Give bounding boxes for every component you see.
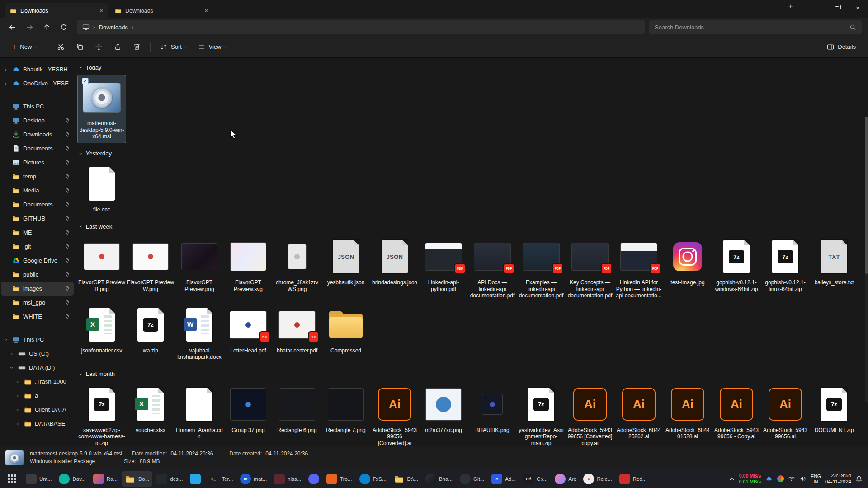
file-tile-bhautik-png[interactable]: BHAUTIK.png	[468, 382, 517, 437]
onedrive-icon[interactable]	[765, 475, 773, 482]
file-tile-rectangle-6-png[interactable]: Rectangle 6.png	[273, 382, 321, 437]
address-bar[interactable]: › Downloads ›	[77, 20, 645, 34]
new-button[interactable]: + New ›	[7, 39, 42, 55]
file-tile-jsonformatter-csv[interactable]: Xjsonformatter.csv	[77, 302, 126, 357]
file-tile-flavorgpt-preview-svg[interactable]: FlavorGPT Preview.svg	[224, 234, 273, 296]
file-tile-adobestock-594399656-converted-copy-ai[interactable]: AiAdobeStock_594399656 [Converted] copy.…	[566, 382, 614, 446]
refresh-button[interactable]	[55, 20, 72, 34]
close-button[interactable]: ×	[847, 0, 868, 16]
file-tile-wa-zip[interactable]: 7zwa.zip	[126, 302, 175, 357]
taskbar-app-folder-d[interactable]: D:\...	[391, 471, 421, 487]
file-tile-group-37-png[interactable]: Group 37.png	[224, 382, 273, 437]
chevron-right-icon[interactable]: ›	[14, 393, 21, 399]
language-indicator[interactable]: ENG IN	[811, 474, 821, 484]
vertical-scrollbar[interactable]	[865, 117, 868, 403]
file-tile-bhatar-center-pdf[interactable]: PDFbhatar center.pdf	[273, 302, 321, 357]
taskbar-app-file-explorer[interactable]: Do...	[122, 471, 152, 487]
chevron-down-icon[interactable]: ›	[3, 337, 9, 343]
chevron-right-icon[interactable]: ›	[14, 421, 21, 427]
sort-button[interactable]: Sort ›	[155, 39, 192, 55]
sidebar-item-msi-gpo[interactable]: msi_gpo	[1, 296, 74, 310]
taskbar-app-red-app[interactable]: Red...	[616, 471, 650, 487]
file-tile-linkedin-api-python-pdf[interactable]: PDFLinkedin-api-python.pdf	[419, 234, 468, 296]
file-tile-examples-linkedin-api-documentation-pdf[interactable]: PDFExamples — linkedin-api documentation…	[517, 234, 566, 302]
taskbar-app-arc[interactable]: Arc	[552, 471, 579, 487]
scrollbar-thumb[interactable]	[865, 117, 868, 274]
file-tile-flavorgpt-preview-png[interactable]: FlavorGPT Preview.png	[175, 234, 224, 296]
copy-button[interactable]	[71, 39, 89, 55]
taskbar-app-release-app[interactable]: ●Rele...	[580, 471, 615, 487]
taskbar-app-niss-app[interactable]: niss...	[271, 471, 304, 487]
taskbar-app-fxsound[interactable]: FxS...	[356, 471, 390, 487]
chevron-down-icon[interactable]: ›	[9, 365, 15, 371]
taskbar-app-cmd[interactable]: C:\C:\...	[520, 471, 551, 487]
file-tile-savewweb2zip-com-www-harness-io-zip[interactable]: 7zsavewweb2zip-com-www-harness-io.zip	[77, 382, 126, 446]
taskbar-app-bhautik-app[interactable]: Bha...	[422, 471, 456, 487]
notification-bell-icon[interactable]	[855, 475, 863, 483]
file-tile-yesbhautik-json[interactable]: JSONyesbhautik.json	[321, 234, 370, 289]
file-tile-baileys-store-txt[interactable]: TXTbaileys_store.txt	[810, 234, 859, 289]
up-button[interactable]	[38, 20, 55, 34]
sidebar-item-google-drive[interactable]: Google Drive	[1, 253, 74, 267]
sidebar-item-images[interactable]: images	[1, 282, 74, 296]
search-input[interactable]	[655, 24, 846, 31]
chevron-right-icon[interactable]: ›	[3, 66, 9, 73]
taskbar-app-mattermost[interactable]: mmat...	[237, 471, 270, 487]
file-tile-rectangle-7-png[interactable]: Rectangle 7.png	[321, 382, 370, 437]
file-tile-letterhead-pdf[interactable]: PDFLetterHead.pdf	[224, 302, 273, 357]
tab-close-icon[interactable]: ×	[202, 6, 211, 15]
tray-expand-icon[interactable]	[729, 476, 735, 482]
file-tile-key-concepts-linkedin-api-documentation-pdf[interactable]: PDFKey Concepts — linkedin-api documenta…	[566, 234, 614, 302]
browser-profile-icon[interactable]	[777, 475, 784, 482]
tray-clock[interactable]: 23:19:54 04-11-2024	[825, 473, 851, 485]
tab-close-icon[interactable]: ×	[97, 6, 106, 15]
file-tile-linkedin-api-for-python-linkedin-api-documentatio[interactable]: PDFLinkedIn API for Python — linkedin-ap…	[614, 234, 663, 302]
group-header-today[interactable]: ›Today	[80, 61, 864, 74]
sidebar-item-white[interactable]: WHITE	[1, 310, 74, 324]
explorer-tab-downloads[interactable]: Downloads×	[5, 3, 108, 18]
minimize-button[interactable]: –	[806, 0, 826, 16]
taskbar-app-tro-app[interactable]: Tro...	[323, 471, 355, 487]
sidebar-item-bhautik-yesbh[interactable]: ›Bhautik - YESBH	[1, 62, 74, 76]
group-header-last-week[interactable]: ›Last week	[80, 220, 864, 233]
taskbar-app-github[interactable]: Git...	[457, 471, 487, 487]
file-tile-test-image-jpg[interactable]: test-image.jpg	[663, 234, 712, 289]
sidebar-item-a[interactable]: ›a	[1, 389, 74, 403]
sidebar-item-me[interactable]: ME	[1, 225, 74, 239]
selection-checkbox[interactable]: ✓	[82, 78, 89, 84]
network-speed-widget[interactable]: 0.00 MB/s 0.01 MB/s	[739, 473, 761, 484]
sidebar-item-public[interactable]: public	[1, 267, 74, 282]
sidebar-item-this-pc[interactable]: This PC	[1, 99, 74, 113]
chevron-right-icon[interactable]: ›	[3, 80, 9, 87]
file-tile-adobestock-594399656-converted-ai[interactable]: AiAdobeStock_594399656 [Converted].ai	[370, 382, 419, 446]
sidebar-item-downloads[interactable]: Downloads	[1, 127, 74, 141]
sidebar-item-temp[interactable]: temp	[1, 169, 74, 183]
file-tile-chrome-j8sk1zrvws-png[interactable]: chrome_J8sk1zrvWS.png	[273, 234, 321, 296]
chevron-right-icon[interactable]: ›	[14, 407, 21, 413]
group-header-yesterday[interactable]: ›Yesterday	[80, 147, 864, 160]
wifi-icon[interactable]	[788, 475, 795, 482]
file-tile-compressed[interactable]: Compressed	[321, 302, 370, 357]
taskbar-app-discord[interactable]	[305, 471, 322, 487]
file-tile-m2m377xc-png[interactable]: m2m377xc.png	[419, 382, 468, 437]
new-tab-button[interactable]: +	[784, 0, 797, 13]
taskbar-app-vscode[interactable]	[187, 471, 204, 487]
taskbar-app-untitled[interactable]: Unt...	[23, 471, 55, 487]
sidebar-item-git[interactable]: .git	[1, 239, 74, 253]
sidebar-item-database[interactable]: ›DATABASE	[1, 417, 74, 431]
file-tile-flavorgpt-preview-w-png[interactable]: FlavorGPT Preview W.png	[126, 234, 175, 296]
file-tile-file-enc[interactable]: file.enc	[77, 161, 126, 216]
file-tile-adobestock-594399656-ai[interactable]: AiAdobeStock_594399656.ai	[761, 382, 810, 443]
explorer-tab-downloads[interactable]: Downloads×	[109, 3, 213, 18]
more-options-button[interactable]: ···	[232, 39, 250, 55]
sidebar-item-documents[interactable]: Documents	[1, 141, 74, 155]
sidebar-item-onedrive-yese[interactable]: ›OneDrive - YESE	[1, 76, 74, 90]
sidebar-item-client-data[interactable]: ›Client DATA	[1, 403, 74, 417]
file-tile-gophish-v0-12-1-linux-64bit-zip[interactable]: 7zgophish-v0.12.1-linux-64bit.zip	[761, 234, 810, 296]
file-tile-flavorgpt-preview-b-png[interactable]: FlavorGPT Preview B.png	[77, 234, 126, 296]
chevron-right-icon[interactable]: ›	[14, 379, 21, 385]
taskbar-app-davinci[interactable]: Dav...	[56, 471, 89, 487]
file-tile-mattermost-desktop-5-9-0-win-x64-msi[interactable]: ✓mattermost-desktop-5.9.0-win-x64.msi	[77, 75, 126, 143]
file-tile-adobestock-684425862-ai[interactable]: AiAdobeStock_684425862.ai	[614, 382, 663, 443]
sidebar-item-data-d[interactable]: ›DATA (D:)	[1, 361, 74, 375]
